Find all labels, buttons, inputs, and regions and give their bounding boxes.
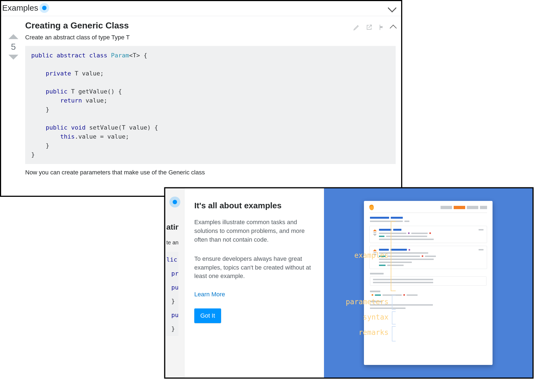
tour-illustration: examples parameters syntax remarks [324, 188, 532, 378]
bracket-icon [392, 295, 396, 310]
peek-code: } [166, 294, 178, 308]
edit-icon[interactable] [353, 24, 360, 31]
peek-list: ating te an lic pri pub } pub } [165, 218, 178, 336]
label-syntax: syntax [339, 313, 389, 321]
popup-paragraph: Examples illustrate common tasks and sol… [194, 218, 314, 244]
bracket-icon [392, 326, 396, 341]
vote-count: 5 [11, 42, 16, 52]
example-aftertext: Now you can create parameters that make … [25, 169, 396, 176]
mock-tab [467, 206, 478, 209]
example-title: Creating a Generic Class [25, 21, 129, 31]
tour-popup: It's all about examples Examples illustr… [184, 188, 324, 378]
info-dot-icon[interactable] [42, 6, 47, 10]
info-dot-icon[interactable] [173, 200, 177, 204]
example-subtitle: Create an abstract class of type Type T [25, 34, 396, 41]
code-token: T value; [71, 70, 104, 77]
tour-inner: ating te an lic pri pub } pub } It's all… [165, 188, 532, 378]
example-row: 5 Creating a Generic Class Create an abs… [1, 16, 401, 176]
popup-paragraph: To ensure developers always have great e… [194, 254, 314, 281]
code-token: public [46, 88, 67, 95]
background-strip: ating te an lic pri pub } pub } [165, 188, 184, 378]
examples-panel: Examples 5 Creating a Generic Class Crea… [0, 0, 402, 197]
code-token: .value = value; [75, 133, 129, 140]
label-examples: examples [339, 251, 389, 259]
code-token: public [31, 52, 53, 59]
peek-code: pub [166, 281, 178, 295]
code-token: T getValue() { [67, 88, 122, 95]
code-block: public abstract class Param<T> { private… [25, 46, 396, 164]
example-title-row: Creating a Generic Class [25, 21, 396, 34]
code-token: this [60, 133, 75, 140]
code-token: value; [82, 97, 107, 104]
peek-code: lic [166, 253, 178, 267]
mock-tab-strip [441, 206, 487, 209]
popup-title: It's all about examples [194, 201, 314, 210]
section-title: Examples [2, 3, 38, 13]
peek-text: ating [166, 218, 178, 236]
downvote-button[interactable] [8, 55, 18, 60]
code-token: private [46, 70, 71, 77]
mock-tab [441, 206, 452, 209]
code-token: } [46, 142, 49, 149]
code-token: abstract [57, 52, 86, 59]
examples-tour-panel: ating te an lic pri pub } pub } It's all… [164, 187, 534, 379]
code-token: public [46, 124, 67, 131]
upvote-button[interactable] [8, 34, 18, 39]
peek-code: pri [166, 267, 178, 281]
bracket-icon [392, 311, 396, 324]
illustration-labels: examples parameters syntax remarks [339, 188, 389, 378]
open-external-icon[interactable] [366, 24, 373, 31]
label-remarks: remarks [339, 328, 389, 337]
example-body: Creating a Generic Class Create an abstr… [25, 21, 396, 176]
label-parameters: parameters [339, 298, 389, 306]
code-token: <T> { [129, 52, 147, 59]
peek-code: pub [166, 308, 178, 322]
code-token: void [71, 124, 86, 131]
mock-tab [480, 206, 487, 209]
code-token: Param [111, 52, 129, 59]
bracket-icon [391, 221, 396, 291]
code-token: } [46, 106, 49, 113]
examples-header: Examples [1, 1, 401, 16]
flag-icon[interactable] [378, 24, 385, 31]
peek-code: } [166, 322, 178, 336]
peek-area: ating te an lic pri pub } pub } [165, 218, 178, 378]
expand-all-icon[interactable] [387, 5, 397, 11]
example-actions [353, 24, 396, 31]
got-it-button[interactable]: Got It [194, 308, 221, 323]
vote-column: 5 [7, 34, 20, 176]
learn-more-link[interactable]: Learn More [194, 291, 314, 298]
peek-text: te an [166, 236, 178, 249]
code-token: class [89, 52, 107, 59]
code-token: } [31, 151, 35, 158]
mock-tab-active [454, 206, 465, 209]
section-title-group: Examples [2, 3, 47, 13]
code-token: setValue(T value) { [86, 124, 158, 131]
collapse-icon[interactable] [390, 25, 396, 31]
code-token: return [60, 97, 82, 104]
